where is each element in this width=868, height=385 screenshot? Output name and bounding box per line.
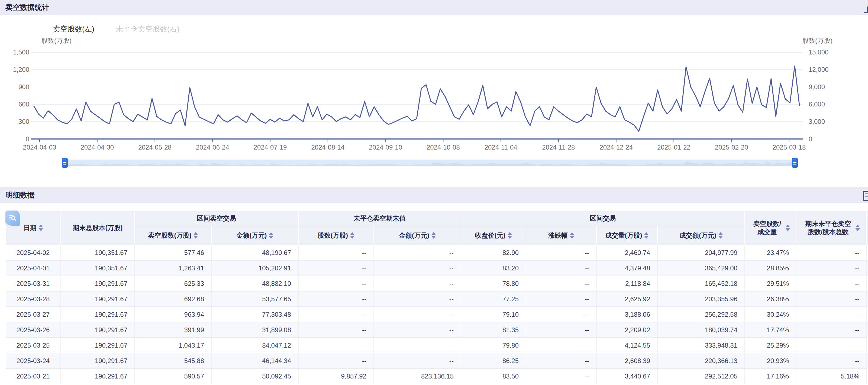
x-tick-label: 2024-09-10 [353, 143, 418, 151]
table-cell: 29.51% [745, 276, 796, 291]
table-cell: 28.85% [745, 260, 796, 276]
table-cell-cropped [867, 322, 868, 338]
sort-icon[interactable] [431, 232, 436, 239]
sort-icon[interactable] [644, 232, 649, 239]
table-cell: 220,366.13 [657, 353, 745, 368]
table-cell-cropped [867, 276, 868, 291]
table-cell: 5.18% [796, 368, 867, 384]
sort-icon[interactable] [269, 232, 273, 239]
col-header-open-short-to-total[interactable]: 期末未平仓卖空股数/股本总数 [796, 211, 867, 245]
cropped-export-icon[interactable] [863, 191, 868, 201]
table-cell: 333,948.31 [657, 338, 745, 353]
col-header-close-price[interactable]: 收盘价(元) [461, 226, 526, 245]
table-cell: 590.57 [135, 368, 211, 384]
sort-icon[interactable] [350, 232, 354, 239]
sort-icon[interactable] [507, 232, 512, 239]
table-cell: -- [796, 322, 867, 338]
col-header-short-to-volume[interactable]: 卖空股数/成交量 [745, 211, 796, 245]
detail-table: 日期 期末总股本(万股) 区间卖空交易 未平仓卖空期末值 区间交易 卖空股数/成… [5, 211, 868, 384]
table-cell-cropped [867, 338, 868, 353]
table-cell: 1,263.41 [135, 260, 211, 276]
table-cell: 190,291.67 [61, 307, 135, 322]
col-header-volume[interactable]: 成交量(万股) [596, 226, 657, 245]
col-header-turnover[interactable]: 成交额(万元) [657, 226, 745, 245]
chart-plot[interactable] [0, 14, 868, 158]
table-cell: -- [526, 307, 596, 322]
table-cell: 256,292.58 [657, 307, 745, 322]
table-cell: 2,118.84 [596, 276, 657, 291]
table-cell: 79.80 [461, 338, 526, 353]
table-cell: -- [298, 338, 374, 353]
col-header-total-shares: 期末总股本(万股) [61, 211, 135, 245]
sort-icon[interactable] [39, 225, 43, 231]
sort-icon[interactable] [570, 232, 574, 239]
table-cell-cropped [867, 245, 868, 260]
table-cell: 391.99 [135, 322, 211, 338]
datazoom-track[interactable] [65, 160, 795, 166]
table-cell: 50,092.45 [211, 368, 298, 384]
short-sell-chart: 卖空股数(左) 未平仓卖空股数(右) 股数(万股) 股数(万股) 1,5001,… [0, 14, 868, 187]
table-cell: 3,440.67 [596, 368, 657, 384]
table-cell: -- [796, 353, 867, 368]
table-row[interactable]: 2025-03-28190,291.67692.6853,577.65----7… [6, 291, 868, 307]
search-list-icon-glyph [7, 213, 17, 222]
x-tick-label: 2024-12-24 [584, 143, 649, 151]
table-cell: -- [298, 276, 374, 291]
table-cell: 2,625.92 [596, 291, 657, 307]
group-header-open-short-eop: 未平仓卖空期末值 [298, 211, 461, 226]
group-header-interval-short-sell: 区间卖空交易 [135, 211, 298, 226]
sort-icon[interactable] [856, 225, 860, 231]
col-header-open-amount[interactable]: 金额(万元) [374, 226, 461, 245]
datazoom-left-handle[interactable] [62, 158, 68, 168]
sort-icon[interactable] [786, 225, 790, 231]
table-cell: -- [526, 338, 596, 353]
table-cell: 20.93% [745, 353, 796, 368]
table-row[interactable]: 2025-03-25190,291.671,043.1784,047.12---… [6, 338, 868, 353]
sort-icon[interactable] [193, 232, 198, 239]
table-cell: -- [298, 307, 374, 322]
table-cell: 365,429.00 [657, 260, 745, 276]
table-cell: 9,857.92 [298, 368, 374, 384]
datazoom-slider[interactable] [62, 158, 798, 168]
table-row[interactable]: 2025-04-01190,351.671,263.41105,202.91--… [6, 260, 868, 276]
datazoom-right-handle[interactable] [792, 158, 798, 168]
table-row[interactable]: 2025-03-24190,291.67545.8846,144.34----8… [6, 353, 868, 368]
table-cell: 77,303.48 [211, 307, 298, 322]
x-tick-label: 2024-04-03 [7, 143, 72, 151]
col-header-short-shares[interactable]: 卖空股数(万股) [135, 226, 211, 245]
table-cell: 2025-03-25 [6, 338, 61, 353]
table-cell: 53,577.65 [211, 291, 298, 307]
table-cell: 30.24% [745, 307, 796, 322]
table-cell: 2,608.39 [596, 353, 657, 368]
col-header-short-amount[interactable]: 金额(万元) [211, 226, 298, 245]
table-cell: -- [796, 338, 867, 353]
table-cell: 692.68 [135, 291, 211, 307]
table-cell: 203,355.96 [657, 291, 745, 307]
detail-title: 明细数据 [5, 187, 35, 203]
table-cell: -- [374, 245, 461, 260]
table-cell: 105,202.91 [211, 260, 298, 276]
table-row[interactable]: 2025-03-26190,291.67391.9931,899.08----8… [6, 322, 868, 338]
datazoom-silhouette [65, 160, 795, 166]
table-cell: 2025-04-01 [6, 260, 61, 276]
table-cell: 2025-03-28 [6, 291, 61, 307]
table-row[interactable]: 2025-03-27190,291.67963.9477,303.48----7… [6, 307, 868, 322]
table-row[interactable]: 2025-04-02190,351.67577.4648,190.67----8… [6, 245, 868, 260]
cropped-corner-icon[interactable] [864, 6, 868, 13]
table-cell: 84,047.12 [211, 338, 298, 353]
table-cell: 190,291.67 [61, 368, 135, 384]
table-search-filter-icon[interactable] [5, 211, 20, 226]
col-header-change-pct[interactable]: 涨跌幅 [526, 226, 596, 245]
table-cell: -- [374, 338, 461, 353]
col-header-open-shares[interactable]: 股数(万股) [298, 226, 374, 245]
page: { "section1": { "title": "卖空数据统计" }, "se… [0, 0, 868, 385]
table-cell: 17.74% [745, 322, 796, 338]
table-cell: 83.50 [461, 368, 526, 384]
table-cell: 823,136.15 [374, 368, 461, 384]
sort-icon[interactable] [718, 232, 723, 239]
table-cell: 81.35 [461, 322, 526, 338]
table-row[interactable]: 2025-03-21190,291.67590.5750,092.459,857… [6, 368, 868, 384]
table-cell: 2025-03-21 [6, 368, 61, 384]
table-cell: 4,379.48 [596, 260, 657, 276]
table-row[interactable]: 2025-03-31190,291.67625.3348,882.10----7… [6, 276, 868, 291]
